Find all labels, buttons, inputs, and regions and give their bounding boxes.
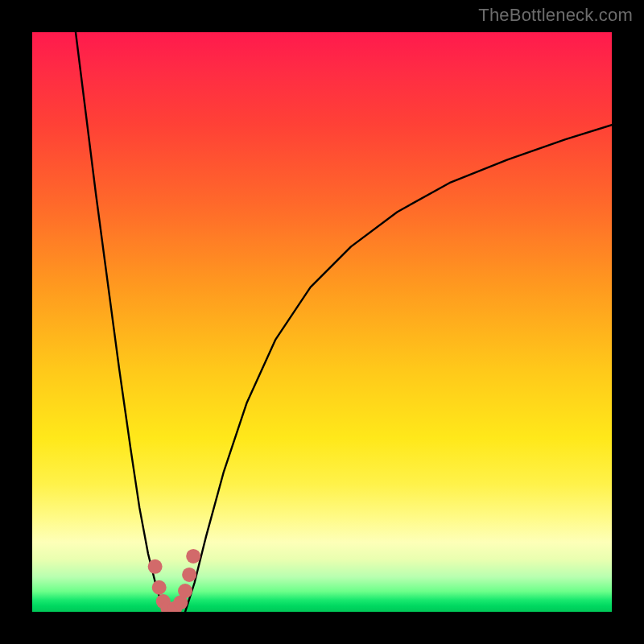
trough-marker [182, 568, 196, 582]
trough-marker [148, 559, 163, 574]
trough-marker [178, 584, 192, 598]
chart-svg [32, 32, 612, 612]
outer-frame: TheBottleneck.com [0, 0, 644, 644]
curve-left-branch [76, 32, 164, 612]
trough-marker [152, 580, 167, 595]
trough-marker [186, 549, 200, 564]
curve-right-branch [185, 125, 612, 612]
plot-area [32, 32, 612, 612]
watermark-text: TheBottleneck.com [478, 5, 633, 26]
